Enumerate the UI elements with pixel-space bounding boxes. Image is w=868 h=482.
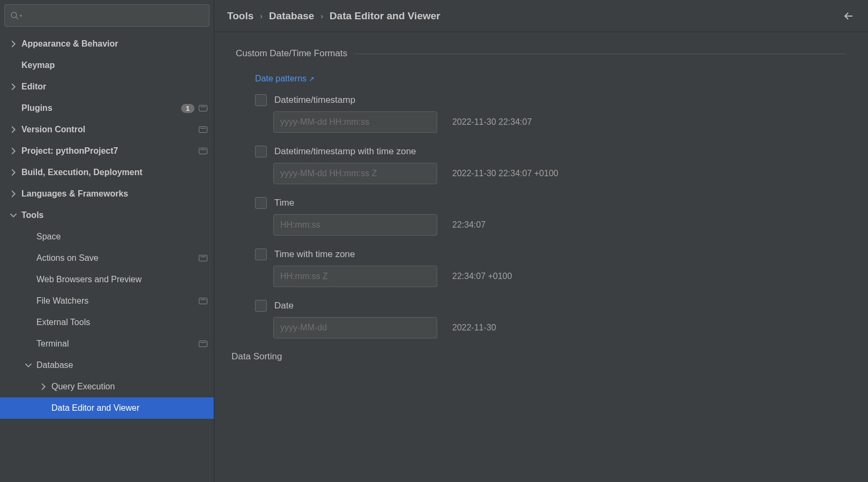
sidebar-item-label: File Watchers	[36, 296, 199, 306]
sidebar-item-label: Tools	[21, 210, 207, 220]
sidebar-item-terminal[interactable]: Terminal	[0, 333, 214, 355]
sidebar-item-label: Data Editor and Viewer	[51, 403, 207, 413]
sidebar-item-label: Terminal	[36, 339, 199, 349]
sidebar-item-database[interactable]: Database	[0, 355, 214, 376]
sidebar-item-actions-on-save[interactable]: Actions on Save	[0, 247, 214, 269]
settings-header: Tools › Database › Data Editor and Viewe…	[214, 0, 868, 32]
sidebar-item-label: Project: pythonProject7	[21, 146, 199, 156]
sidebar-item-build[interactable]: Build, Execution, Deployment	[0, 162, 214, 183]
chevron-down-icon	[25, 362, 32, 369]
time-tz-preview: 22:34:07 +0100	[452, 272, 512, 281]
chevron-right-icon	[10, 190, 17, 198]
chevron-right-icon	[40, 383, 47, 390]
sidebar-item-label: Space	[36, 232, 207, 242]
checkbox-label: Time with time zone	[274, 249, 355, 260]
sidebar-item-label: Version Control	[21, 125, 199, 134]
link-label: Date patterns	[255, 74, 306, 84]
search-icon	[10, 11, 19, 20]
date-patterns-link[interactable]: Date patterns ↗	[255, 74, 315, 84]
chevron-right-icon	[10, 169, 17, 176]
field-datetime-tz: Datetime/timestamp with time zone 2022-1…	[255, 146, 847, 184]
sidebar-item-keymap[interactable]: Keymap	[0, 55, 214, 76]
chevron-right-icon	[10, 126, 17, 133]
datetime-checkbox[interactable]	[255, 94, 267, 106]
time-checkbox[interactable]	[255, 197, 267, 209]
sidebar-item-file-watchers[interactable]: File Watchers	[0, 290, 214, 312]
back-arrow-icon[interactable]	[842, 10, 855, 22]
plugins-count-badge: 1	[181, 104, 194, 113]
field-time-tz: Time with time zone 22:34:07 +0100	[255, 248, 847, 287]
section-title-custom-formats: Custom Date/Time Formats	[236, 48, 847, 59]
sidebar-item-query-execution[interactable]: Query Execution	[0, 376, 214, 397]
project-scope-icon	[199, 126, 207, 133]
sidebar-item-space[interactable]: Space	[0, 226, 214, 247]
breadcrumb-separator-icon: ›	[260, 12, 263, 20]
field-datetime: Datetime/timestamp 2022-11-30 22:34:07	[255, 94, 847, 133]
project-scope-icon	[199, 148, 207, 154]
date-preview: 2022-11-30	[452, 323, 496, 333]
project-scope-icon	[199, 298, 207, 304]
sidebar-item-label: Plugins	[21, 103, 181, 113]
field-date: Date 2022-11-30	[255, 300, 847, 338]
svg-line-1	[16, 17, 18, 19]
datetime-tz-checkbox[interactable]	[255, 146, 267, 157]
sidebar-item-label: Database	[36, 360, 207, 370]
breadcrumb-item[interactable]: Data Editor and Viewer	[330, 10, 440, 22]
sidebar-item-editor[interactable]: Editor	[0, 76, 214, 97]
breadcrumb-item[interactable]: Database	[269, 10, 315, 22]
svg-point-0	[11, 12, 17, 18]
settings-tree: Appearance & Behavior Keymap Editor Plug…	[0, 31, 214, 482]
date-format-input[interactable]	[273, 317, 437, 338]
breadcrumb: Tools › Database › Data Editor and Viewe…	[227, 10, 440, 22]
checkbox-label: Datetime/timestamp with time zone	[274, 146, 416, 157]
search-input-container[interactable]: ▾	[4, 4, 209, 27]
checkbox-label: Datetime/timestamp	[274, 95, 355, 106]
field-time: Time 22:34:07	[255, 197, 847, 236]
checkbox-label: Date	[274, 300, 294, 311]
sidebar-item-label: Keymap	[21, 61, 207, 70]
section-title-data-sorting: Data Sorting	[231, 351, 847, 362]
sidebar-item-web-browsers[interactable]: Web Browsers and Preview	[0, 269, 214, 290]
project-scope-icon	[199, 341, 207, 347]
settings-sidebar: ▾ Appearance & Behavior Keymap Editor Pl…	[0, 0, 214, 482]
project-scope-icon	[199, 105, 207, 111]
chevron-right-icon	[10, 40, 17, 48]
sidebar-item-label: Appearance & Behavior	[21, 39, 207, 49]
checkbox-label: Time	[274, 198, 294, 208]
time-tz-format-input[interactable]	[273, 266, 437, 287]
sidebar-item-label: Actions on Save	[36, 253, 199, 263]
datetime-tz-format-input[interactable]	[273, 163, 437, 184]
chevron-right-icon	[10, 83, 17, 91]
external-link-icon: ↗	[309, 75, 315, 83]
datetime-preview: 2022-11-30 22:34:07	[452, 117, 532, 127]
sidebar-item-plugins[interactable]: Plugins 1	[0, 97, 214, 119]
search-dropdown-icon: ▾	[20, 13, 22, 18]
time-preview: 22:34:07	[452, 220, 485, 230]
breadcrumb-separator-icon: ›	[320, 12, 323, 20]
sidebar-item-label: Build, Execution, Deployment	[21, 168, 207, 177]
datetime-tz-preview: 2022-11-30 22:34:07 +0100	[452, 169, 558, 178]
date-checkbox[interactable]	[255, 300, 267, 312]
sidebar-item-label: Query Execution	[51, 382, 207, 391]
project-scope-icon	[199, 255, 207, 261]
sidebar-item-languages[interactable]: Languages & Frameworks	[0, 183, 214, 205]
sidebar-item-label: Editor	[21, 82, 207, 92]
sidebar-item-label: Web Browsers and Preview	[36, 275, 207, 284]
time-tz-checkbox[interactable]	[255, 248, 267, 260]
sidebar-item-version-control[interactable]: Version Control	[0, 119, 214, 140]
sidebar-item-external-tools[interactable]: External Tools	[0, 312, 214, 333]
sidebar-item-label: External Tools	[36, 318, 207, 327]
time-format-input[interactable]	[273, 214, 437, 236]
chevron-right-icon	[10, 147, 17, 155]
sidebar-item-appearance[interactable]: Appearance & Behavior	[0, 33, 214, 55]
datetime-format-input[interactable]	[273, 111, 437, 133]
breadcrumb-item[interactable]: Tools	[227, 10, 253, 22]
sidebar-item-label: Languages & Frameworks	[21, 189, 207, 199]
sidebar-item-data-editor-viewer[interactable]: Data Editor and Viewer	[0, 397, 214, 419]
main-panel: Tools › Database › Data Editor and Viewe…	[214, 0, 868, 482]
sidebar-item-tools[interactable]: Tools	[0, 205, 214, 226]
settings-content: Custom Date/Time Formats Date patterns ↗…	[214, 32, 868, 482]
chevron-down-icon	[10, 212, 17, 219]
sidebar-item-project[interactable]: Project: pythonProject7	[0, 140, 214, 162]
